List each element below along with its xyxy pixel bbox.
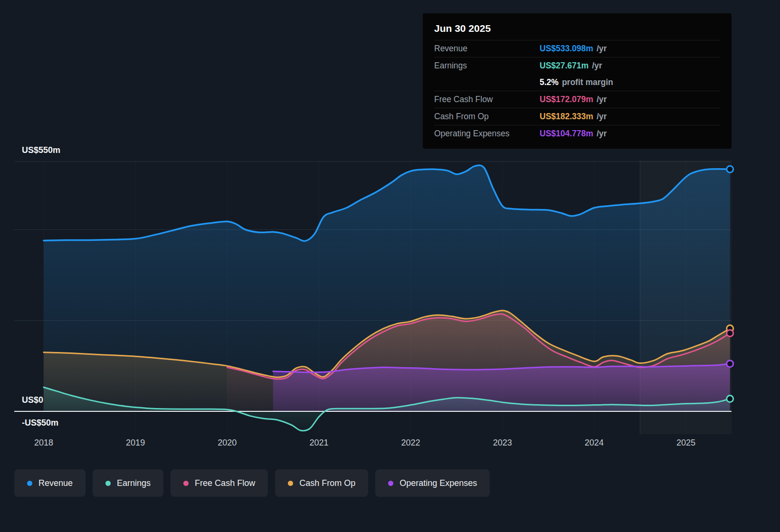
end-marker-revenue[interactable] [727, 166, 733, 172]
legend-item-revenue[interactable]: Revenue [14, 469, 86, 497]
end-marker-free-cash-flow[interactable] [727, 330, 733, 336]
tooltip-row-label: Cash From Op [434, 112, 540, 122]
end-marker-operating-expenses[interactable] [727, 361, 733, 367]
tooltip-row-profit-margin: 5.2%profit margin [434, 74, 720, 91]
legend-dot-icon [27, 481, 32, 486]
end-marker-earnings[interactable] [727, 396, 733, 402]
legend: RevenueEarningsFree Cash FlowCash From O… [14, 469, 490, 497]
tooltip-row-value: US$27.671m [540, 61, 589, 71]
tooltip-row-suffix: profit margin [562, 77, 613, 87]
legend-item-cash-from-op[interactable]: Cash From Op [275, 469, 368, 497]
legend-label: Cash From Op [299, 478, 355, 488]
legend-dot-icon [288, 481, 293, 486]
legend-label: Free Cash Flow [195, 478, 255, 488]
tooltip-row-label: Earnings [434, 61, 540, 71]
x-axis-label-2022: 2022 [401, 438, 420, 448]
tooltip-row-suffix: /yr [592, 61, 602, 71]
x-axis-label-2020: 2020 [218, 438, 237, 448]
x-axis-label-2018: 2018 [34, 438, 53, 448]
tooltip-row-value: US$104.778m [540, 129, 593, 139]
legend-item-free-cash-flow[interactable]: Free Cash Flow [171, 469, 268, 497]
tooltip-row-label: Free Cash Flow [434, 95, 540, 104]
tooltip-row-suffix: /yr [597, 95, 607, 104]
tooltip-row-suffix: /yr [597, 112, 607, 122]
tooltip-row-cash-from-op: Cash From OpUS$182.333m/yr [434, 108, 720, 125]
tooltip-row-revenue: RevenueUS$533.098m/yr [434, 40, 720, 57]
tooltip-row-label: Revenue [434, 44, 540, 54]
tooltip-row-free-cash-flow: Free Cash FlowUS$172.079m/yr [434, 91, 720, 108]
tooltip-row-label: Operating Expenses [434, 129, 540, 139]
legend-label: Earnings [117, 478, 151, 488]
x-axis-label-2023: 2023 [493, 438, 512, 448]
legend-label: Revenue [38, 478, 73, 488]
tooltip-rows: RevenueUS$533.098m/yrEarningsUS$27.671m/… [434, 40, 720, 142]
tooltip-row-suffix: /yr [597, 129, 607, 139]
tooltip-row-value: US$182.333m [540, 112, 593, 122]
legend-item-operating-expenses[interactable]: Operating Expenses [375, 469, 490, 497]
tooltip-row-operating-expenses: Operating ExpensesUS$104.778m/yr [434, 125, 720, 142]
tooltip-row-value: US$533.098m [540, 44, 593, 54]
tooltip-row-earnings: EarningsUS$27.671m/yr [434, 57, 720, 74]
legend-dot-icon [105, 481, 111, 486]
legend-dot-icon [388, 481, 393, 486]
y-axis-label: US$550m [22, 145, 60, 155]
x-axis-label-2024: 2024 [585, 438, 604, 448]
y-axis-label: -US$50m [22, 418, 58, 428]
financials-chart-page: Jun 30 2025 RevenueUS$533.098m/yrEarning… [0, 0, 780, 532]
x-axis-label-2019: 2019 [126, 438, 145, 448]
y-axis-label: US$0 [22, 395, 43, 405]
tooltip-date: Jun 30 2025 [434, 19, 720, 40]
tooltip-row-value: 5.2% [540, 77, 559, 87]
legend-item-earnings[interactable]: Earnings [93, 469, 163, 497]
tooltip-row-value: US$172.079m [540, 95, 593, 104]
x-axis-label-2021: 2021 [309, 438, 328, 448]
legend-label: Operating Expenses [400, 478, 477, 488]
series-areas [44, 165, 730, 431]
x-axis-label-2025: 2025 [676, 438, 695, 448]
legend-dot-icon [183, 481, 189, 486]
tooltip-row-suffix: /yr [597, 44, 607, 54]
tooltip-panel: Jun 30 2025 RevenueUS$533.098m/yrEarning… [423, 13, 732, 149]
